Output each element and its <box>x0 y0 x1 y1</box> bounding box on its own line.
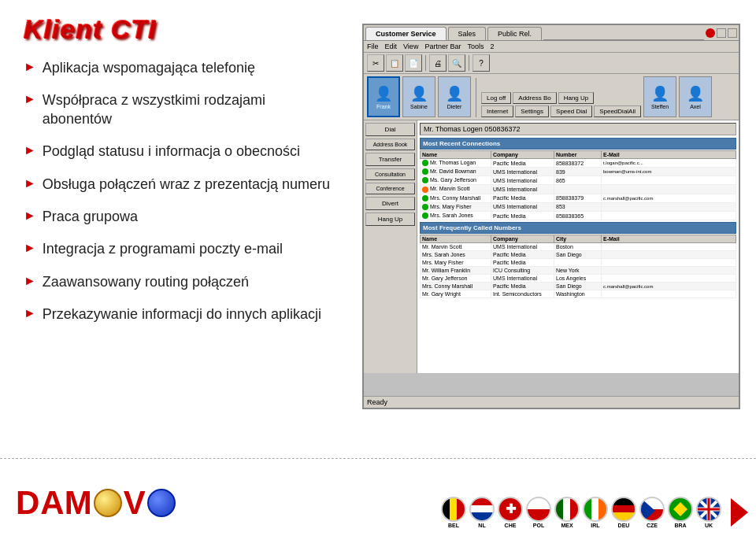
divert-btn[interactable]: Divert <box>365 197 415 210</box>
flag-pol-label: POL <box>533 523 544 528</box>
address-book-sidebar-btn[interactable]: Address Book <box>365 139 415 150</box>
toolbar-print[interactable]: 🖨 <box>429 54 447 72</box>
contact-sabine[interactable]: 👤 Sabine <box>402 76 435 117</box>
flag-mex-label: MEX <box>561 523 573 528</box>
row-company: Pacific Media <box>491 211 554 220</box>
recent-table: Name Company Number E-Mail Mr. Thomas Lo… <box>420 150 736 220</box>
flag-nl-container[interactable]: NL <box>469 497 495 528</box>
col-email2: E-Mail <box>602 235 736 243</box>
toolbar-paste[interactable]: 📄 <box>405 54 422 72</box>
row-name: Mr. Thomas Logan <box>421 159 491 168</box>
toolbar-help[interactable]: ? <box>472 54 490 72</box>
app-main-area: Dial Address Book Transfer Consultation … <box>364 120 739 373</box>
feature-list: ►Aplikacja wspomagająca telefonię►Współp… <box>24 59 331 338</box>
speeddial-btn[interactable]: Speed Dial <box>550 105 592 117</box>
table-row[interactable]: Mr. Gary Jefferson UMS International Los… <box>421 275 736 283</box>
bullet-arrow: ► <box>24 177 36 190</box>
flag-mex-container[interactable]: MEX <box>554 497 580 528</box>
window-max-btn[interactable] <box>728 28 737 38</box>
hangup-sidebar-btn[interactable]: Hang Up <box>365 213 415 226</box>
contact-dieter[interactable]: 👤 Dieter <box>438 76 471 117</box>
settings-btn[interactable]: Settings <box>515 105 549 117</box>
menu-tools[interactable]: Tools <box>467 43 484 50</box>
toolbar-sep-1 <box>425 55 426 71</box>
table-row[interactable]: Ms. Gary Jefferson UMS International 865 <box>421 176 736 185</box>
tab-sales[interactable]: Sales <box>448 27 487 40</box>
table-row[interactable]: Mr. David Bowman UMS International 839 b… <box>421 168 736 176</box>
table-row[interactable]: Mr. William Franklin ICU Consulting New … <box>421 267 736 275</box>
flag-che-container[interactable]: ✚ CHE <box>498 497 523 528</box>
row-company: UMS International <box>491 176 554 185</box>
address-book-btn[interactable]: Address Bo <box>513 92 556 104</box>
table-row[interactable]: Mrs. Sarah Jones Pacific Media 858838365 <box>421 211 736 220</box>
flag-deu-container[interactable]: DEU <box>611 497 636 528</box>
toolbar-cut[interactable]: ✂ <box>367 54 384 72</box>
flag-irl-container[interactable]: IRL <box>583 497 608 528</box>
logoff-btn[interactable]: Log off <box>481 92 511 104</box>
row-name: Mrs. Conny Marshall <box>421 283 491 290</box>
flag-pol-container[interactable]: POL <box>526 497 551 528</box>
hangup-btn[interactable]: Hang Up <box>558 92 595 104</box>
dial-btn[interactable]: Dial <box>365 123 415 136</box>
logo-o2 <box>147 489 176 517</box>
logo-o1 <box>94 489 122 517</box>
menu-file[interactable]: File <box>367 43 379 50</box>
menu-2[interactable]: 2 <box>490 43 494 50</box>
bullet-item-5: ►Praca grupowa <box>24 208 331 226</box>
col-company: Company <box>491 151 554 159</box>
contact-steffen[interactable]: 👤 Steffen <box>643 76 676 117</box>
toolbar-search[interactable]: 🔍 <box>448 54 465 72</box>
flag-cze-label: CZE <box>647 523 658 528</box>
bullet-text: Aplikacja wspomagająca telefonię <box>43 59 255 77</box>
menu-edit[interactable]: Edit <box>385 43 398 50</box>
table-row[interactable]: Mr. Marvin Scott UMS International Bosto… <box>421 243 736 251</box>
row-email <box>602 176 736 185</box>
menu-partner-bar[interactable]: Partner Bar <box>424 43 461 50</box>
flag-uk-container[interactable]: UK <box>696 497 721 528</box>
table-row[interactable]: Mr. Marvin Scott UMS International <box>421 185 736 194</box>
tab-customer-service[interactable]: Customer Service <box>365 27 447 40</box>
title-text: Klient CTI <box>24 14 157 44</box>
flag-cze-container[interactable]: CZE <box>639 497 665 528</box>
app-sidebar: Dial Address Book Transfer Consultation … <box>364 120 417 373</box>
table-row[interactable]: Mrs. Conny Marshall Pacific Media 858838… <box>421 194 736 202</box>
bullet-arrow: ► <box>24 242 36 254</box>
window-min-btn[interactable] <box>717 28 726 38</box>
window-close-btn[interactable] <box>706 28 715 38</box>
table-row[interactable]: Mrs. Mary Fisher UMS International 853 <box>421 202 736 211</box>
row-number: 839 <box>554 168 602 176</box>
conference-btn[interactable]: Conference <box>365 183 415 194</box>
col-name2: Name <box>421 235 491 243</box>
row-email <box>602 211 736 220</box>
toolbar-copy[interactable]: 📋 <box>386 54 403 72</box>
menu-view[interactable]: View <box>403 43 418 50</box>
table-row[interactable]: Mrs. Conny Marshall Pacific Media San Di… <box>421 283 736 290</box>
next-arrow[interactable] <box>731 498 748 527</box>
table-row[interactable]: Mr. Gary Wright Int. Semiconductors Wash… <box>421 290 736 298</box>
row-company: Int. Semiconductors <box>491 290 554 298</box>
row-company: UMS International <box>491 202 554 211</box>
consultation-btn[interactable]: Consultation <box>365 168 415 180</box>
contact-frank[interactable]: 👤 Frank <box>367 76 400 117</box>
tab-public-rel[interactable]: Public Rel. <box>487 27 542 40</box>
row-email <box>602 259 736 267</box>
row-name: Mrs. Mary Fisher <box>421 259 491 267</box>
contact-frank-label: Frank <box>376 104 391 109</box>
uk-flag-svg <box>698 498 720 520</box>
table-row[interactable]: Mr. Thomas Logan Pacific Media 858838372… <box>421 159 736 168</box>
contacts-bar: 👤 Frank 👤 Sabine 👤 Dieter Log off Addres… <box>364 74 739 120</box>
page-title: Klient CTI <box>24 14 157 45</box>
contact-axel[interactable]: 👤 Axel <box>679 76 712 117</box>
table-row[interactable]: Mrs. Sarah Jones Pacific Media San Diego <box>421 251 736 259</box>
bullet-text: Obsługa połączeń wraz z prezentacją nume… <box>43 176 330 194</box>
logo-d: D <box>16 484 40 522</box>
table-row[interactable]: Mrs. Mary Fisher Pacific Media <box>421 259 736 267</box>
flag-bra-container[interactable]: BRA <box>668 497 693 528</box>
transfer-btn[interactable]: Transfer <box>365 153 415 166</box>
contact-steffen-label: Steffen <box>651 104 669 109</box>
internet-btn[interactable]: Internet <box>481 105 513 117</box>
flag-bel-container[interactable]: BEL <box>441 497 466 528</box>
speeddialall-btn[interactable]: SpeedDialAll <box>594 105 641 117</box>
row-number: 858838372 <box>554 159 602 168</box>
logo-v: V <box>124 484 146 522</box>
